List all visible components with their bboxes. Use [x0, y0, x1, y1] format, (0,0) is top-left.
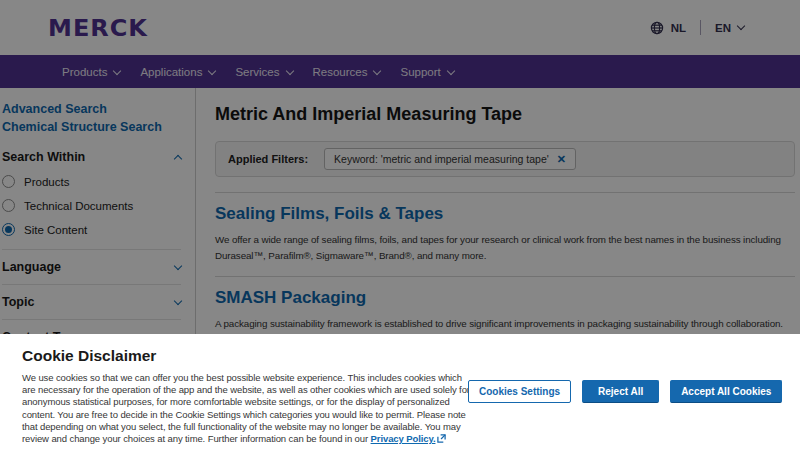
- page-background: MERCK NL EN Products Applications Servic…: [0, 0, 800, 334]
- privacy-policy-label: Privacy Policy.: [371, 433, 436, 444]
- reject-all-button[interactable]: Reject All: [582, 380, 659, 403]
- modal-dim-overlay: [0, 0, 800, 334]
- accept-all-cookies-button[interactable]: Accept All Cookies: [670, 380, 782, 403]
- cookie-banner: Cookie Disclaimer We use cookies so that…: [0, 334, 800, 450]
- cookies-settings-button[interactable]: Cookies Settings: [468, 380, 571, 403]
- cookie-banner-text: We use cookies so that we can offer you …: [22, 372, 474, 446]
- cookie-banner-buttons: Cookies Settings Reject All Accept All C…: [468, 380, 782, 403]
- external-link-icon: [437, 434, 446, 446]
- privacy-policy-link[interactable]: Privacy Policy.: [371, 433, 447, 444]
- cookie-banner-title: Cookie Disclaimer: [22, 347, 778, 365]
